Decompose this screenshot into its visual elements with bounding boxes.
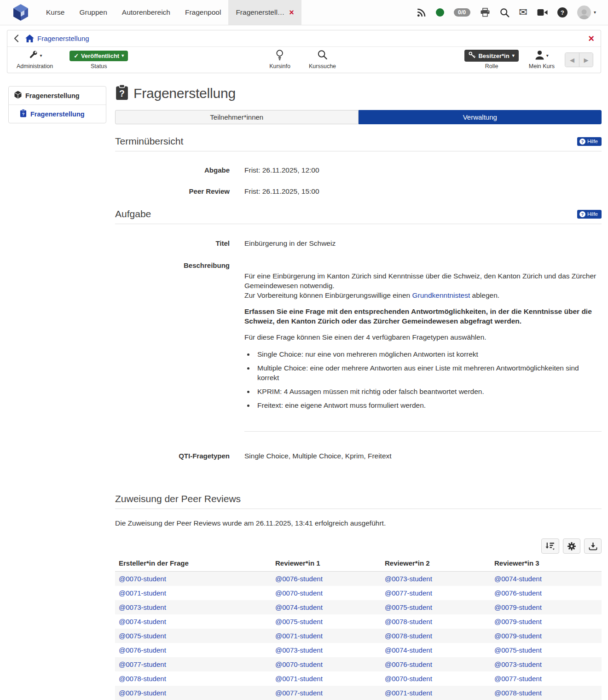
- student-link[interactable]: @0077-student: [494, 675, 542, 683]
- previous-node-button[interactable]: ◀: [565, 53, 579, 67]
- beschreibung-content: Für eine Einbürgerung im Kanton Zürich s…: [244, 260, 602, 432]
- column-header-reviewer3[interactable]: Reviewer*in 3: [491, 556, 602, 572]
- hilfe-button[interactable]: ? Hilfe: [577, 137, 602, 146]
- student-link[interactable]: @0078-student: [119, 675, 166, 683]
- form-row-qti-fragetypen: QTI-Fragetypen Single Choice, Multiple C…: [115, 452, 602, 460]
- student-link[interactable]: @0071-student: [275, 632, 323, 640]
- student-link[interactable]: @0074-student: [494, 575, 542, 583]
- nav-tab-autorenbereich[interactable]: Autorenbereich: [115, 0, 178, 25]
- tab-teilnehmerinnen[interactable]: Teilnehmer*innen: [115, 110, 359, 124]
- student-link[interactable]: @0075-student: [385, 603, 432, 611]
- student-link[interactable]: @0075-student: [119, 632, 166, 640]
- user-menu[interactable]: ▾: [577, 6, 596, 19]
- rolle-menu[interactable]: Besitzer*in ▾ Rolle: [464, 50, 518, 69]
- student-link[interactable]: @0074-student: [385, 646, 432, 654]
- student-link[interactable]: @0071-student: [275, 675, 323, 683]
- student-link[interactable]: @0079-student: [494, 632, 542, 640]
- table-row: @0076-student @0073-student @0074-studen…: [115, 643, 602, 657]
- table-row: @0070-student @0076-student @0073-studen…: [115, 572, 602, 586]
- section-terminuebersicht: Terminübersicht ? Hilfe: [115, 136, 602, 151]
- student-link[interactable]: @0078-student: [385, 632, 432, 640]
- student-link[interactable]: @0074-student: [119, 618, 166, 625]
- student-link[interactable]: @0076-student: [119, 646, 166, 654]
- menu-item-label: Fragenerstellung: [25, 92, 80, 99]
- mein-kurs-label: Mein Kurs: [529, 63, 555, 69]
- status-badge[interactable]: ✓ Veröffentlicht ▾: [69, 51, 128, 61]
- mein-kurs-menu[interactable]: ▾ Mein Kurs: [529, 50, 555, 69]
- student-link[interactable]: @0075-student: [494, 646, 542, 654]
- kursinfo-button[interactable]: Kursinfo: [269, 50, 290, 69]
- counter-badge[interactable]: 0/0: [454, 8, 470, 17]
- grundkenntnistest-link[interactable]: Grundkenntnistest: [412, 291, 470, 299]
- check-icon: ✓: [74, 52, 79, 59]
- table-row: @0073-student @0074-student @0075-studen…: [115, 600, 602, 614]
- help-icon[interactable]: ?: [557, 7, 567, 17]
- download-button[interactable]: [584, 538, 602, 554]
- nav-tab-kurse[interactable]: Kurse: [39, 0, 72, 25]
- menu-item-course-root[interactable]: Fragenerstellung: [9, 87, 106, 105]
- page-title: ? Fragenerstellung: [115, 84, 602, 102]
- close-course-icon[interactable]: ×: [588, 34, 594, 44]
- back-chevron-icon[interactable]: [14, 35, 19, 42]
- administration-menu[interactable]: ▾ Administration: [17, 50, 53, 69]
- student-link[interactable]: @0070-student: [119, 575, 166, 583]
- student-link[interactable]: @0075-student: [275, 618, 323, 625]
- openolat-logo-icon[interactable]: [0, 0, 39, 25]
- rolle-badge[interactable]: Besitzer*in ▾: [464, 50, 518, 62]
- student-link[interactable]: @0078-student: [385, 618, 432, 625]
- student-link[interactable]: @0070-student: [385, 675, 432, 683]
- student-link[interactable]: @0077-student: [119, 660, 166, 668]
- status-menu[interactable]: ✓ Veröffentlicht ▾ Status: [69, 50, 128, 69]
- kursinfo-label: Kursinfo: [269, 63, 290, 69]
- nav-tab-fragenerstellung-active[interactable]: Fragenerstell… ×: [228, 0, 301, 25]
- column-header-reviewer1[interactable]: Reviewer*in 1: [272, 556, 381, 572]
- active-tab-label: Fragenerstell…: [236, 8, 284, 17]
- print-icon[interactable]: [480, 8, 490, 17]
- student-link[interactable]: @0074-student: [275, 603, 323, 611]
- nav-tab-fragenpool[interactable]: Fragenpool: [178, 0, 228, 25]
- column-header-reviewer2[interactable]: Reviewer*in 2: [381, 556, 491, 572]
- table-row: @0071-student @0070-student @0077-studen…: [115, 586, 602, 600]
- mail-icon[interactable]: ✉: [519, 7, 527, 17]
- student-link[interactable]: @0073-student: [385, 575, 432, 583]
- student-link[interactable]: @0073-student: [494, 660, 542, 668]
- student-link[interactable]: @0076-student: [494, 589, 542, 597]
- tab-verwaltung[interactable]: Verwaltung: [359, 110, 602, 124]
- student-link[interactable]: @0071-student: [385, 689, 432, 697]
- student-link[interactable]: @0079-student: [494, 618, 542, 625]
- search-icon[interactable]: [500, 8, 510, 17]
- student-link[interactable]: @0079-student: [119, 689, 166, 697]
- hilfe-button[interactable]: ? Hilfe: [577, 210, 602, 219]
- student-link[interactable]: @0076-student: [275, 575, 323, 583]
- tab-close-icon[interactable]: ×: [289, 8, 294, 17]
- description-paragraph: Für diese Frage können Sie einen der 4 v…: [244, 332, 602, 342]
- nav-tab-gruppen[interactable]: Gruppen: [72, 0, 115, 25]
- sort-button[interactable]: [541, 538, 559, 554]
- table-settings-button[interactable]: [563, 538, 580, 554]
- student-link[interactable]: @0073-student: [275, 646, 323, 654]
- student-link[interactable]: @0079-student: [494, 603, 542, 611]
- navbar-right-icons: 0/0 ✉ ?: [417, 0, 608, 25]
- rss-icon[interactable]: [417, 8, 426, 17]
- student-link[interactable]: @0076-student: [385, 660, 432, 668]
- student-link[interactable]: @0073-student: [119, 603, 166, 611]
- field-label: Abgabe: [115, 166, 230, 174]
- breadcrumb-link[interactable]: Fragenerstellung: [37, 35, 89, 42]
- column-header-ersteller[interactable]: Ersteller*in der Frage: [115, 556, 272, 572]
- list-item: Single Choice: nur eine von mehreren mög…: [255, 349, 602, 359]
- kurssuche-button[interactable]: Kurssuche: [309, 50, 336, 69]
- home-icon[interactable]: [25, 35, 34, 42]
- student-link[interactable]: @0071-student: [119, 589, 166, 597]
- video-call-icon[interactable]: [537, 9, 548, 16]
- student-link[interactable]: @0070-student: [275, 660, 323, 668]
- next-node-button[interactable]: ▶: [579, 53, 593, 67]
- student-link[interactable]: @0077-student: [275, 689, 323, 697]
- menu-item-fragenerstellung-selected[interactable]: ? Fragenerstellung: [9, 105, 106, 123]
- student-link[interactable]: @0070-student: [275, 589, 323, 597]
- student-link[interactable]: @0077-student: [385, 589, 432, 597]
- clipboard-question-icon: ?: [20, 109, 27, 119]
- cube-icon: [14, 91, 22, 100]
- presence-status-dot[interactable]: [436, 8, 444, 17]
- student-link[interactable]: @0078-student: [494, 689, 542, 697]
- section-zuweisung: Zuweisung der Peer Reviews: [115, 493, 602, 509]
